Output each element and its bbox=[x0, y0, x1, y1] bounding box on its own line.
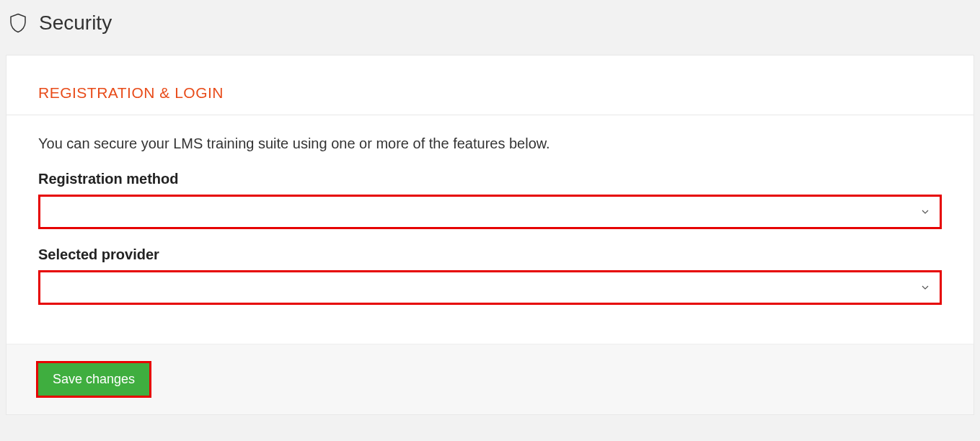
field-selected-provider: Selected provider bbox=[38, 246, 942, 305]
field-registration-method: Registration method bbox=[38, 171, 942, 229]
chevron-down-icon bbox=[919, 282, 931, 293]
registration-method-label: Registration method bbox=[38, 171, 942, 187]
page-header: Security bbox=[0, 0, 980, 48]
section-heading: REGISTRATION & LOGIN bbox=[6, 55, 974, 115]
intro-text: You can secure your LMS training suite u… bbox=[38, 135, 942, 152]
registration-method-select[interactable] bbox=[38, 195, 942, 229]
chevron-down-icon bbox=[919, 206, 931, 218]
save-changes-button[interactable]: Save changes bbox=[38, 363, 149, 396]
selected-provider-label: Selected provider bbox=[38, 246, 942, 263]
shield-icon bbox=[7, 12, 29, 34]
page-title: Security bbox=[39, 12, 112, 35]
selected-provider-select[interactable] bbox=[38, 270, 942, 305]
footer-bar: Save changes bbox=[6, 344, 974, 414]
settings-panel: REGISTRATION & LOGIN You can secure your… bbox=[6, 55, 974, 415]
section-body: You can secure your LMS training suite u… bbox=[6, 115, 974, 344]
